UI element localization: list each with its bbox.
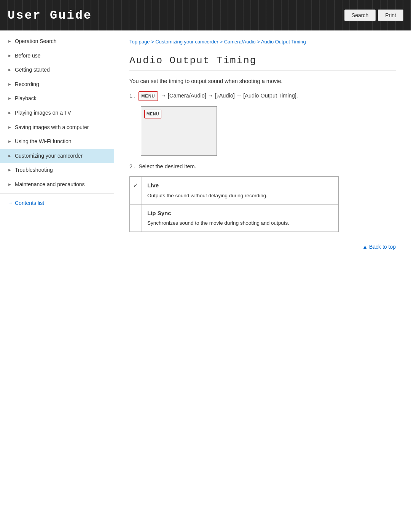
arrow-icon: ► (8, 125, 12, 130)
sidebar-item-label: Using the Wi-Fi function (15, 138, 108, 145)
sidebar-item-label: Troubleshooting (15, 166, 108, 174)
sidebar-item-label: Playback (15, 95, 108, 102)
option-content-live: Live Outputs the sound without delaying … (142, 177, 338, 204)
step-1-text: MENU → [Camera/Audio] → [♪Audio] → [Audi… (139, 91, 298, 101)
option-desc-live: Outputs the sound without delaying durin… (147, 192, 333, 200)
option-check-live: ✓ (130, 177, 142, 204)
contents-link-wrapper: → Contents list (0, 195, 114, 211)
arrow-icon: ► (8, 167, 12, 173)
sidebar-item-troubleshooting[interactable]: ► Troubleshooting (0, 163, 114, 177)
main-content: Top page > Customizing your camcorder > … (114, 30, 411, 532)
step-1-instruction: → [Camera/Audio] → [♪Audio] → [Audio Out… (161, 93, 298, 99)
sidebar-item-customizing[interactable]: ► Customizing your camcorder (0, 149, 114, 163)
back-to-top-link[interactable]: ▲ Back to top (362, 244, 396, 250)
sidebar-item-playing-images[interactable]: ► Playing images on a TV (0, 106, 114, 120)
option-check-lipsync (130, 204, 142, 232)
search-button[interactable]: Search (344, 10, 376, 21)
content-body: You can set the timing to output sound w… (129, 77, 396, 232)
breadcrumb-separator2: > (220, 39, 224, 45)
arrow-icon: ► (8, 110, 12, 116)
sidebar: ► Operation Search ► Before use ► Gettin… (0, 30, 114, 532)
breadcrumb-camera-audio[interactable]: Camera/Audio (224, 39, 256, 45)
option-content-lipsync: Lip Sync Synchronizes sound to the movie… (142, 204, 338, 232)
arrow-icon: ► (8, 38, 12, 44)
sidebar-item-label: Maintenance and precautions (15, 181, 108, 189)
layout: ► Operation Search ► Before use ► Gettin… (0, 30, 411, 532)
step-2: 2 . Select the desired item. (129, 162, 396, 171)
page-title: Audio Output Timing (129, 55, 396, 70)
option-name-live: Live (147, 181, 333, 190)
breadcrumb-separator: > (151, 39, 155, 45)
sidebar-item-playback[interactable]: ► Playback (0, 91, 114, 106)
contents-arrow-icon: → (8, 200, 13, 206)
arrow-icon: ► (8, 153, 12, 159)
arrow-icon: ► (8, 182, 12, 187)
arrow-icon: ► (8, 67, 12, 73)
breadcrumb-top[interactable]: Top page (129, 39, 150, 45)
sidebar-item-saving-images[interactable]: ► Saving images with a computer (0, 120, 114, 135)
header-buttons: Search Print (344, 10, 403, 21)
arrow-icon: ► (8, 53, 12, 59)
option-desc-lipsync: Synchronizes sound to the movie during s… (147, 219, 333, 228)
breadcrumb-separator3: > (257, 39, 261, 45)
option-name-lipsync: Lip Sync (147, 208, 333, 218)
breadcrumb-current: Audio Output Timing (261, 39, 306, 45)
options-table: ✓ Live Outputs the sound without delayin… (129, 176, 339, 232)
menu-screenshot-button: MENU (144, 110, 161, 118)
back-to-top: ▲ Back to top (129, 243, 396, 250)
sidebar-item-label: Saving images with a computer (15, 124, 108, 131)
option-row-live: ✓ Live Outputs the sound without delayin… (130, 177, 338, 204)
sidebar-item-label: Customizing your camcorder (15, 152, 108, 160)
sidebar-item-label: Recording (15, 81, 108, 88)
arrow-icon: ► (8, 96, 12, 101)
breadcrumb-customizing[interactable]: Customizing your camcorder (155, 39, 218, 45)
print-button[interactable]: Print (378, 10, 403, 21)
breadcrumb: Top page > Customizing your camcorder > … (129, 38, 396, 46)
sidebar-item-wifi[interactable]: ► Using the Wi-Fi function (0, 134, 114, 149)
sidebar-item-operation-search[interactable]: ► Operation Search (0, 34, 114, 49)
sidebar-item-label: Getting started (15, 66, 108, 74)
sidebar-item-getting-started[interactable]: ► Getting started (0, 63, 114, 77)
sidebar-item-maintenance[interactable]: ► Maintenance and precautions (0, 177, 114, 192)
arrow-icon: ► (8, 139, 12, 144)
intro-text: You can set the timing to output sound w… (129, 77, 396, 86)
step-1: 1 . MENU → [Camera/Audio] → [♪Audio] → [… (129, 91, 396, 101)
step-2-number: 2 . (129, 162, 135, 171)
sidebar-item-label: Before use (15, 52, 108, 60)
step-1-number: 1 . (129, 91, 135, 101)
option-row-lipsync: Lip Sync Synchronizes sound to the movie… (130, 204, 338, 232)
sidebar-item-label: Operation Search (15, 38, 108, 45)
sidebar-item-label: Playing images on a TV (15, 109, 108, 117)
contents-list-link[interactable]: → Contents list (8, 200, 108, 206)
contents-list-label: Contents list (15, 200, 44, 206)
step-2-text: Select the desired item. (139, 162, 196, 171)
header: User Guide Search Print (0, 0, 411, 30)
menu-button-label: MENU (139, 91, 158, 101)
sidebar-item-recording[interactable]: ► Recording (0, 77, 114, 92)
menu-screenshot: MENU (141, 106, 217, 156)
arrow-icon: ► (8, 81, 12, 87)
sidebar-item-before-use[interactable]: ► Before use (0, 49, 114, 63)
sidebar-divider (0, 193, 114, 194)
header-title: User Guide (8, 8, 92, 22)
